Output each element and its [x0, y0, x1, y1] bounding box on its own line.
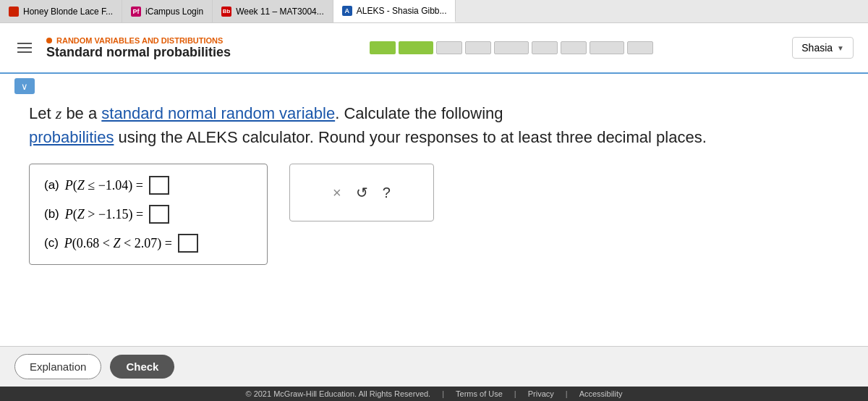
problem-a-math: P(Z ≤ −1.04) = — [65, 178, 143, 193]
progress-seg-9 — [627, 41, 653, 54]
honey-icon — [9, 7, 19, 17]
tab-honey[interactable]: Honey Blonde Lace F... — [0, 0, 122, 22]
progress-seg-5 — [494, 41, 529, 54]
problem-c-math: P(0.68 < Z < 2.07) = — [64, 236, 172, 251]
problem-c-label: (c) — [44, 236, 59, 250]
footer: © 2021 McGraw-Hill Education. All Rights… — [0, 387, 868, 401]
progress-bar — [370, 41, 653, 54]
footer-sep3: | — [566, 389, 568, 398]
problem-b-label: (b) — [44, 207, 59, 221]
standard-normal-link[interactable]: standard normal random variable — [101, 104, 335, 122]
problem-b-math: P(Z > −1.15) = — [65, 207, 143, 222]
tab-pf-label: iCampus Login — [145, 7, 203, 17]
footer-copyright: © 2021 McGraw-Hill Education. All Rights… — [245, 389, 430, 398]
bottom-bar: Explanation Check — [0, 346, 868, 387]
close-calc-icon[interactable]: × — [333, 185, 341, 201]
bb-icon: Bb — [221, 7, 231, 17]
progress-seg-1 — [370, 41, 396, 54]
subtitle-dot — [46, 38, 52, 43]
header-title-block: RANDOM VARIABLES AND DISTRIBUTIONS Stand… — [46, 36, 231, 60]
pf-icon: Pf — [131, 7, 141, 17]
problem-a-label: (a) — [44, 178, 59, 193]
tab-aleks[interactable]: A ALEKS - Shasia Gibb... — [333, 0, 456, 22]
user-name: Shasia — [801, 42, 833, 54]
hamburger-line3 — [17, 51, 32, 53]
var-z: z — [56, 104, 62, 122]
answer-input-c[interactable] — [178, 234, 198, 253]
footer-sep2: | — [514, 389, 516, 398]
problem-text: Let z be a standard normal random variab… — [29, 101, 839, 149]
tab-honey-label: Honey Blonde Lace F... — [23, 7, 113, 17]
header-main-title: Standard normal probabilities — [46, 45, 231, 60]
footer-sep1: | — [442, 389, 444, 398]
header: RANDOM VARIABLES AND DISTRIBUTIONS Stand… — [0, 23, 868, 74]
subtitle-text: RANDOM VARIABLES AND DISTRIBUTIONS — [56, 36, 223, 45]
aleks-icon: A — [342, 6, 352, 16]
tab-aleks-label: ALEKS - Shasia Gibb... — [357, 6, 447, 16]
footer-privacy-link[interactable]: Privacy — [528, 389, 554, 398]
problems-box: (a) P(Z ≤ −1.04) = (b) P(Z > −1.15) = (c… — [29, 164, 268, 265]
progress-seg-7 — [561, 41, 587, 54]
hamburger-line1 — [17, 43, 32, 44]
progress-seg-8 — [590, 41, 624, 54]
intro-part2: be a — [61, 104, 101, 122]
intro-part3: . Calculate the following — [335, 104, 503, 122]
footer-terms-link[interactable]: Terms of Use — [456, 389, 503, 398]
chevron-down-icon: ∨ — [21, 81, 28, 92]
tab-bar: Honey Blonde Lace F... Pf iCampus Login … — [0, 0, 868, 23]
progress-seg-6 — [532, 41, 558, 54]
progress-seg-4 — [465, 41, 491, 54]
check-button[interactable]: Check — [110, 355, 174, 379]
collapse-button[interactable]: ∨ — [14, 78, 35, 94]
intro-part1: Let — [29, 104, 56, 122]
undo-icon[interactable]: ↺ — [356, 184, 368, 201]
tab-bb-label: Week 11 – MAT3004... — [236, 7, 324, 17]
intro-part4: using the ALEKS calculator. Round your r… — [114, 128, 706, 146]
explanation-button[interactable]: Explanation — [14, 354, 101, 379]
header-subtitle: RANDOM VARIABLES AND DISTRIBUTIONS — [46, 36, 231, 45]
tab-pf[interactable]: Pf iCampus Login — [122, 0, 213, 22]
header-left: RANDOM VARIABLES AND DISTRIBUTIONS Stand… — [14, 36, 231, 60]
probabilities-link[interactable]: probabilities — [29, 128, 114, 146]
progress-seg-2 — [399, 41, 433, 54]
progress-seg-3 — [436, 41, 462, 54]
hamburger-menu[interactable] — [14, 40, 35, 56]
answer-input-b[interactable] — [149, 205, 169, 224]
problem-row-a: (a) P(Z ≤ −1.04) = — [44, 176, 252, 195]
footer-accessibility-link[interactable]: Accessibility — [579, 389, 623, 398]
problems-container: (a) P(Z ≤ −1.04) = (b) P(Z > −1.15) = (c… — [29, 164, 839, 265]
user-menu-button[interactable]: Shasia ▼ — [792, 37, 854, 59]
chevron-down-icon: ▼ — [837, 44, 844, 52]
user-area: Shasia ▼ — [792, 37, 854, 59]
problem-row-c: (c) P(0.68 < Z < 2.07) = — [44, 234, 252, 253]
main-content: RANDOM VARIABLES AND DISTRIBUTIONS Stand… — [0, 23, 868, 401]
help-icon[interactable]: ? — [383, 185, 391, 201]
problem-area: Let z be a standard normal random variab… — [0, 94, 868, 346]
problem-row-b: (b) P(Z > −1.15) = — [44, 205, 252, 224]
calculator-area: × ↺ ? — [289, 164, 434, 221]
answer-input-a[interactable] — [149, 176, 169, 195]
hamburger-line2 — [17, 47, 32, 48]
tab-bb[interactable]: Bb Week 11 – MAT3004... — [213, 0, 333, 22]
